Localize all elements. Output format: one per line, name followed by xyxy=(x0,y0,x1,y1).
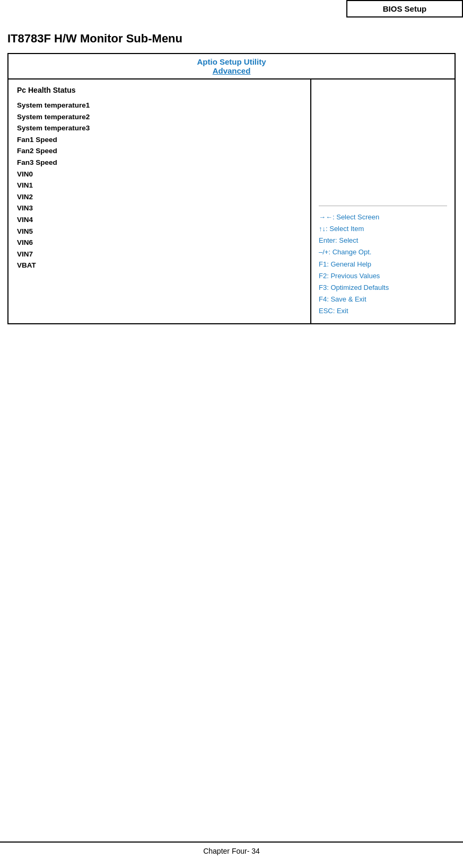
list-item[interactable]: VIN1 xyxy=(17,180,302,191)
help-item-1: ↑↓: Select Item xyxy=(319,223,447,235)
help-panel: →←: Select Screen ↑↓: Select Item Enter:… xyxy=(319,206,447,317)
footer-label: Chapter Four- 34 xyxy=(203,847,260,855)
list-item[interactable]: Fan2 Speed xyxy=(17,145,302,157)
help-item-3: –/+: Change Opt. xyxy=(319,246,447,258)
list-item[interactable]: VIN7 xyxy=(17,249,302,260)
list-item[interactable]: System temperature1 xyxy=(17,100,302,111)
help-item-6: F3: Optimized Defaults xyxy=(319,282,447,294)
list-item[interactable]: Fan1 Speed xyxy=(17,134,302,146)
section-title: Pc Health Status xyxy=(17,86,302,94)
list-item[interactable]: System temperature3 xyxy=(17,122,302,134)
help-item-4: F1: General Help xyxy=(319,259,447,270)
bios-tab-advanced[interactable]: Advanced xyxy=(8,66,455,77)
page-footer: Chapter Four- 34 xyxy=(0,842,463,855)
bios-right-panel: →←: Select Screen ↑↓: Select Item Enter:… xyxy=(311,79,455,323)
item-list: System temperature1 System temperature2 … xyxy=(17,100,302,271)
list-item[interactable]: VIN3 xyxy=(17,202,302,214)
help-item-2: Enter: Select xyxy=(319,235,447,246)
list-item[interactable]: Fan3 Speed xyxy=(17,157,302,169)
utility-title: Aptio Setup Utility xyxy=(8,57,455,66)
header-title: BIOS Setup xyxy=(383,4,427,13)
list-item[interactable]: VIN0 xyxy=(17,169,302,180)
bios-table: Aptio Setup Utility Advanced Pc Health S… xyxy=(7,53,456,324)
help-item-8: ESC: Exit xyxy=(319,305,447,317)
bios-setup-header: BIOS Setup xyxy=(346,0,463,17)
help-item-0: →←: Select Screen xyxy=(319,211,447,223)
list-item[interactable]: VBAT xyxy=(17,260,302,271)
bios-body: Pc Health Status System temperature1 Sys… xyxy=(8,79,455,323)
list-item[interactable]: VIN2 xyxy=(17,191,302,203)
help-item-7: F4: Save & Exit xyxy=(319,294,447,305)
list-item[interactable]: VIN4 xyxy=(17,214,302,226)
list-item[interactable]: System temperature2 xyxy=(17,111,302,123)
list-item[interactable]: VIN6 xyxy=(17,237,302,249)
list-item[interactable]: VIN5 xyxy=(17,226,302,237)
bios-header-row: Aptio Setup Utility Advanced xyxy=(8,54,455,79)
bios-left-panel: Pc Health Status System temperature1 Sys… xyxy=(8,79,311,323)
page-title: IT8783F H/W Monitor Sub-Menu xyxy=(7,32,182,46)
help-item-5: F2: Previous Values xyxy=(319,270,447,282)
